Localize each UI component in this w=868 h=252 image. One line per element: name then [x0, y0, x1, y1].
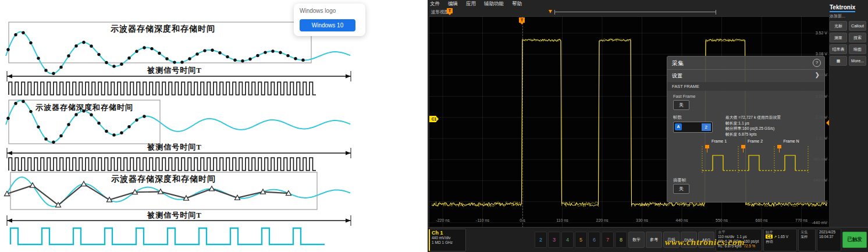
menu-item[interactable]: 帮助 — [512, 1, 522, 8]
dialog-header[interactable]: 采集 ? — [667, 56, 824, 70]
diagram3-title: 示波器存储深度和存储时间 — [70, 174, 257, 184]
acquisition-mode: 采样 — [801, 235, 813, 239]
frame-count-input[interactable]: A 2 — [673, 122, 713, 133]
sidebar-buttons: 光标Callout测量搜索结果表绘图▦More... — [830, 21, 867, 66]
fastframe-info: 最大值 =72,727 k 使用目前设置帧长度:1.1 μs帧分辨率:160 p… — [725, 115, 822, 137]
knob-icon: A — [675, 123, 682, 130]
sidebar-button[interactable]: 绘图 — [849, 44, 866, 54]
dialog-title: 采集 — [672, 59, 684, 68]
acquisition-dialog: 采集 ? 设置 ❯ FAST FRAME Fast Frame 关 帧数 A 2… — [667, 56, 825, 203]
diagram1-time-label: 被测信号时间T — [105, 65, 244, 76]
time-value: 16:04:37 — [819, 235, 839, 239]
acquisition-title: 采集 — [801, 230, 808, 234]
acquisition-badge[interactable]: 采集 采样 — [798, 229, 816, 251]
screenshot-root: 示波器存储深度和存储时间 被测信号时间T 示波器存储深度和存储时间 被测信号时间… — [0, 0, 868, 252]
tektronix-logo: Tektronix — [830, 4, 855, 12]
channel-button[interactable]: 2 — [535, 232, 547, 248]
channel1-name: Ch 1 — [432, 230, 464, 236]
frame-label: Frame 1 — [701, 139, 737, 143]
sidebar-button[interactable]: 测量 — [830, 33, 847, 42]
channel-button[interactable]: 4 — [561, 232, 574, 248]
channel-button[interactable]: 8 — [615, 232, 627, 248]
menu-item[interactable]: 应用 — [466, 1, 476, 8]
diagram1-title: 示波器存储深度和存储时间 — [70, 24, 256, 34]
help-icon[interactable]: ? — [813, 59, 821, 67]
channel-buttons: 2345678 — [535, 232, 627, 248]
watermark: www.cntronics.com — [665, 237, 745, 247]
trigger-level: 1.65 V — [778, 235, 788, 239]
right-sidebar: Tektronix 添加新... 光标Callout测量搜索结果表绘图▦More… — [828, 0, 868, 227]
summary-frame-toggle[interactable]: 关 — [673, 184, 689, 194]
waveform-display[interactable]: T C1 -220 ns-110 ns0 s110 ns220 ns330 ns… — [429, 16, 830, 228]
channel1-scale: 440 mV/div — [432, 236, 464, 241]
frame-labels: Frame 1Frame 2Frame N — [701, 139, 809, 143]
trigger-title: 触发 — [766, 230, 773, 234]
frame-label: Frame N — [773, 139, 809, 143]
menu-bar: 文件编辑应用辅助功能帮助 — [430, 0, 522, 8]
fastframe-toggle[interactable]: 关 — [673, 100, 689, 110]
diagram2-time-label: 被测信号时间T — [105, 142, 244, 152]
plot-icon-button[interactable]: ▦ — [830, 56, 847, 66]
datetime-display: 2021/4/25 16:04:37 — [817, 229, 841, 251]
menu-item[interactable]: 辅助功能 — [484, 1, 504, 8]
chevron-right-icon: ❯ — [815, 72, 820, 78]
browser-tooltip: Windows logo Windows 10 — [294, 3, 365, 36]
run-stop-button[interactable]: 已触发 — [842, 232, 867, 248]
horizontal-title: 水平 — [718, 230, 725, 234]
channel1-badge[interactable]: Ch 1 440 mV/div 1 MΩ 1 GHz — [429, 229, 466, 251]
horizontal-value: 72.5 % — [744, 244, 756, 248]
view-tab[interactable]: 波形视图 — [431, 9, 449, 15]
diagram2-title: 示波器存储深度和存储时间 — [15, 102, 154, 113]
trigger-position-line — [522, 17, 523, 228]
function-button[interactable]: 数学 — [628, 232, 645, 248]
add-new-label: 添加新... — [830, 13, 867, 19]
function-button[interactable]: 参考 — [646, 232, 662, 248]
record-minimap[interactable] — [554, 10, 716, 15]
trigger-slope-icon: ↗ — [774, 235, 777, 239]
fastframe-info-line: 帧长度:1.1 μs — [725, 120, 822, 126]
summary-frame-label: 摘要帧 — [673, 178, 686, 183]
settings-row[interactable]: 设置 ❯ — [667, 69, 824, 83]
channel1-coupling: 1 MΩ 1 GHz — [432, 240, 464, 246]
sidebar-button[interactable]: Callout — [849, 21, 866, 31]
trigger-badge[interactable]: 触发 C1 ↗ 1.65 V 自动 — [763, 229, 797, 251]
more-button[interactable]: More... — [849, 56, 866, 66]
fastframe-info-line: 最大值 =72,727 k 使用目前设置 — [725, 115, 822, 120]
bottom-bar: Ch 1 440 mV/div 1 MΩ 1 GHz 2345678 数学参考总… — [428, 227, 868, 252]
menu-item[interactable]: 编辑 — [448, 1, 458, 8]
fastframe-label: Fast Frame — [673, 94, 695, 99]
tooltip-text: Windows logo — [300, 8, 336, 14]
fastframe-section-header: FAST FRAME — [667, 82, 824, 91]
frame-count-value: 2 — [702, 123, 711, 131]
channel-button[interactable]: 6 — [588, 232, 600, 248]
sidebar-button[interactable]: 光标 — [830, 21, 847, 31]
frames-diagram — [701, 145, 809, 175]
trigger-mode: 自动 — [766, 239, 795, 244]
minimap-bar — [555, 12, 716, 12]
sidebar-button[interactable]: 结果表 — [830, 44, 847, 54]
channel-button[interactable]: 7 — [602, 232, 614, 248]
trigger-flag-icon[interactable]: T — [519, 17, 525, 23]
date-value: 2021/4/25 — [819, 230, 839, 235]
trigger-flag-icon-minimap[interactable]: T — [447, 8, 453, 13]
fastframe-info-line: 帧分辨率:160 ps(6.25 GS/s) — [725, 126, 822, 132]
trigger-source: C1 — [766, 235, 773, 239]
diagram3-time-label: 被测信号时间T — [105, 210, 244, 221]
horizontal-value: 160 ps/pt — [744, 239, 759, 243]
trigger-source-row: C1 ↗ 1.65 V — [766, 235, 795, 239]
settings-label: 设置 — [672, 72, 682, 80]
tooltip-button[interactable]: Windows 10 — [300, 19, 355, 31]
frame-label: Frame 2 — [737, 139, 773, 143]
memory-depth-diagram-panel: 示波器存储深度和存储时间 被测信号时间T 示波器存储深度和存储时间 被测信号时间… — [0, 0, 428, 252]
fastframe-info-line: 帧长度 6.875 kpts — [725, 132, 822, 137]
sidebar-button[interactable]: 搜索 — [849, 33, 866, 42]
minimap-trigger-marker-icon — [549, 10, 552, 13]
channel-button[interactable]: 5 — [575, 232, 587, 248]
oscilloscope-app: 文件编辑应用辅助功能帮助 波形视图 T Tektronix 添加新... 光标C… — [428, 0, 868, 252]
menu-item[interactable]: 文件 — [430, 1, 440, 8]
frame-count-label: 帧数 — [673, 115, 682, 120]
channel-button[interactable]: 3 — [548, 232, 560, 248]
